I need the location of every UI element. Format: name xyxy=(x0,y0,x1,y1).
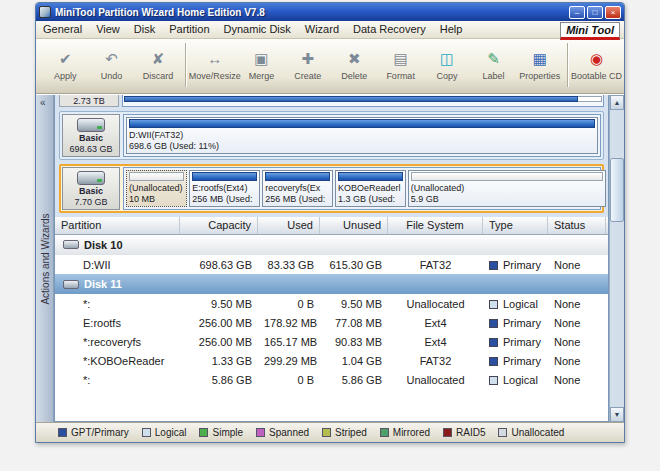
cell-file-system: Unallocated xyxy=(388,298,483,310)
bootable-cd-button[interactable]: ◉Bootable CD xyxy=(573,42,620,88)
cell-capacity: 1.33 GB xyxy=(180,355,258,367)
hard-disk-icon xyxy=(77,171,105,185)
cell-partition: *:KOBOeReader xyxy=(55,355,180,367)
partition-bar-free-fragment xyxy=(578,96,602,102)
table-row[interactable]: *:KOBOeReader1.33 GB299.29 MB1.04 GBFAT3… xyxy=(55,351,608,370)
table-row[interactable]: *:recoveryfs256.00 MB165.17 MB90.83 MBEx… xyxy=(55,332,608,351)
cell-type: Primary xyxy=(483,336,548,348)
disk-type-label: Basic xyxy=(79,186,103,196)
disk-type-label: Basic xyxy=(79,133,103,143)
cell-used: 83.33 GB xyxy=(258,259,320,271)
disk-row[interactable]: Basic7.70 GB(Unallocated)10 MBE:rootfs(E… xyxy=(59,164,604,213)
minimize-button[interactable]: – xyxy=(569,6,585,19)
menu-item-general[interactable]: General xyxy=(36,21,89,38)
copy-button[interactable]: ◫Copy xyxy=(424,42,470,88)
disk-icon xyxy=(63,280,79,289)
column-header-partition[interactable]: Partition xyxy=(55,217,180,234)
table-row[interactable]: *:9.50 MB0 B9.50 MBUnallocatedLogicalNon… xyxy=(55,294,608,313)
delete-icon: ✖ xyxy=(343,49,365,69)
cell-type: Primary xyxy=(483,317,548,329)
column-header-type[interactable]: Type xyxy=(483,217,548,234)
cell-file-system: FAT32 xyxy=(388,355,483,367)
column-header-capacity[interactable]: Capacity xyxy=(180,217,258,234)
vertical-scrollbar[interactable]: ▲ ▼ xyxy=(609,95,624,422)
cell-file-system: FAT32 xyxy=(388,259,483,271)
sidebar-actions-and-wizards[interactable]: « Actions and Wizards xyxy=(36,95,54,422)
apply-label: Apply xyxy=(54,71,77,81)
create-label: Create xyxy=(294,71,321,81)
discard-button[interactable]: ✘Discard xyxy=(135,42,181,88)
legend-swatch xyxy=(322,428,331,437)
column-header-unused[interactable]: Unused xyxy=(320,217,388,234)
minitool-logo: Mini Tool xyxy=(560,22,620,40)
disk-group-row[interactable]: Disk 10 xyxy=(55,235,608,255)
cell-partition: D:WII xyxy=(55,259,180,271)
create-icon: ✚ xyxy=(297,49,319,69)
partition-type-swatch xyxy=(489,357,498,366)
menu-item-partition[interactable]: Partition xyxy=(162,21,216,38)
partition-block[interactable]: E:rootfs(Ext4)256 MB (Used: xyxy=(189,170,260,207)
disk-header-block[interactable]: Basic698.63 GB xyxy=(62,114,120,157)
bootable-cd-label: Bootable CD xyxy=(571,71,622,81)
column-header-file-system[interactable]: File System xyxy=(388,217,483,234)
properties-button[interactable]: ▦Properties xyxy=(517,42,563,88)
close-button[interactable]: × xyxy=(605,6,621,19)
toolbar-separator xyxy=(185,43,187,87)
delete-button[interactable]: ✖Delete xyxy=(331,42,377,88)
scroll-down-button[interactable]: ▼ xyxy=(610,407,624,422)
table-row[interactable]: E:rootfs256.00 MB178.92 MB77.08 MBExt4Pr… xyxy=(55,313,608,332)
disk-group-label: Disk 10 xyxy=(84,239,123,251)
discard-label: Discard xyxy=(143,71,174,81)
table-row[interactable]: *:5.86 GB0 B5.86 GBUnallocatedLogicalNon… xyxy=(55,370,608,389)
label-button[interactable]: ✎Label xyxy=(470,42,516,88)
menu-item-view[interactable]: View xyxy=(89,21,127,38)
cell-unused: 90.83 MB xyxy=(320,336,388,348)
partition-block[interactable]: D:WII(FAT32)698.6 GB (Used: 11%) xyxy=(126,117,598,154)
partition-size: 256 MB (Used: xyxy=(265,194,330,205)
legend-swatch xyxy=(443,428,452,437)
cell-used: 165.17 MB xyxy=(258,336,320,348)
legend-swatch xyxy=(380,428,389,437)
table-row[interactable]: D:WII698.63 GB83.33 GB615.30 GBFAT32Prim… xyxy=(55,255,608,274)
disk-row-partial[interactable]: 2.73 TB xyxy=(59,95,604,107)
menu-item-dynamic-disk[interactable]: Dynamic Disk xyxy=(217,21,298,38)
cell-used: 178.92 MB xyxy=(258,317,320,329)
column-header-status[interactable]: Status xyxy=(548,217,606,234)
collapse-sidebar-icon[interactable]: « xyxy=(40,97,46,108)
cell-used: 299.29 MB xyxy=(258,355,320,367)
cell-unused: 9.50 MB xyxy=(320,298,388,310)
partition-type-swatch xyxy=(489,338,498,347)
partition-type-bar xyxy=(192,172,257,181)
menu-item-disk[interactable]: Disk xyxy=(127,21,162,38)
menu-item-data-recovery[interactable]: Data Recovery xyxy=(346,21,433,38)
partition-size: 5.9 GB xyxy=(411,194,603,205)
format-button[interactable]: ▤Format xyxy=(377,42,423,88)
maximize-button[interactable]: □ xyxy=(587,6,603,19)
partition-block[interactable]: (Unallocated)5.9 GB xyxy=(408,170,606,207)
disk-partitions-panel: D:WII(FAT32)698.6 GB (Used: 11%) xyxy=(123,114,601,157)
window-title: MiniTool Partition Wizard Home Edition V… xyxy=(55,7,569,18)
partition-type-swatch xyxy=(489,319,498,328)
move-resize-label: Move/Resize xyxy=(189,71,241,81)
move-resize-button[interactable]: ↔Move/Resize xyxy=(191,42,238,88)
partition-block[interactable]: (Unallocated)10 MB xyxy=(126,170,187,207)
scroll-up-button[interactable]: ▲ xyxy=(610,95,624,110)
cell-file-system: Ext4 xyxy=(388,336,483,348)
cell-status: None xyxy=(548,298,606,310)
partition-type-bar xyxy=(338,172,403,181)
disk-group-row[interactable]: Disk 11 xyxy=(55,274,608,294)
disk-row[interactable]: Basic698.63 GBD:WII(FAT32)698.6 GB (Used… xyxy=(59,111,604,160)
scroll-thumb[interactable] xyxy=(610,158,624,222)
partition-block[interactable]: recoveryfs(Ex256 MB (Used: xyxy=(262,170,333,207)
create-button[interactable]: ✚Create xyxy=(285,42,331,88)
merge-button[interactable]: ▣Merge xyxy=(238,42,284,88)
sidebar-label: Actions and Wizards xyxy=(39,213,50,304)
column-header-used[interactable]: Used xyxy=(258,217,320,234)
undo-button[interactable]: ↶Undo xyxy=(88,42,134,88)
menu-item-help[interactable]: Help xyxy=(433,21,470,38)
apply-button[interactable]: ✔Apply xyxy=(42,42,88,88)
disk-header-block[interactable]: Basic7.70 GB xyxy=(62,167,120,210)
menu-item-wizard[interactable]: Wizard xyxy=(298,21,346,38)
partition-block[interactable]: KOBOeReaderl1.3 GB (Used: xyxy=(335,170,406,207)
partition-size: 10 MB xyxy=(129,194,184,205)
